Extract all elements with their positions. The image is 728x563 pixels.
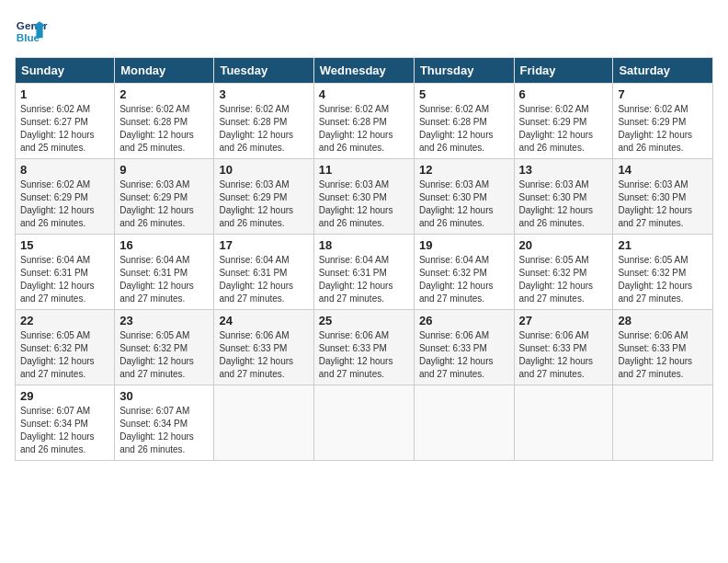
day-info: Sunrise: 6:02 AMSunset: 6:28 PMDaylight:… [319,104,393,153]
calendar-day-cell: 28Sunrise: 6:06 AMSunset: 6:33 PMDayligh… [613,310,713,385]
day-number: 15 [20,238,109,252]
day-info: Sunrise: 6:06 AMSunset: 6:33 PMDaylight:… [419,330,494,379]
day-number: 26 [419,314,509,327]
calendar-day-cell: 10Sunrise: 6:03 AMSunset: 6:29 PMDayligh… [214,159,313,235]
day-number: 30 [119,389,209,403]
weekday-header: Sunday [16,58,115,84]
calendar-day-cell: 13Sunrise: 6:03 AMSunset: 6:30 PMDayligh… [514,159,613,235]
calendar-day-cell: 18Sunrise: 6:04 AMSunset: 6:31 PMDayligh… [313,235,414,310]
calendar-day-cell: 4Sunrise: 6:02 AMSunset: 6:28 PMDaylight… [313,84,414,159]
calendar-week-row: 8Sunrise: 6:02 AMSunset: 6:29 PMDaylight… [16,159,713,235]
weekday-header: Friday [514,58,613,84]
day-number: 16 [119,238,209,252]
calendar-day-cell: 25Sunrise: 6:06 AMSunset: 6:33 PMDayligh… [313,310,414,385]
calendar-day-cell: 1Sunrise: 6:02 AMSunset: 6:27 PMDaylight… [16,84,115,159]
calendar-day-cell: 2Sunrise: 6:02 AMSunset: 6:28 PMDaylight… [115,84,214,159]
day-number: 21 [618,238,708,252]
day-info: Sunrise: 6:06 AMSunset: 6:33 PMDaylight:… [618,330,692,379]
day-info: Sunrise: 6:05 AMSunset: 6:32 PMDaylight:… [119,330,194,379]
calendar-week-row: 1Sunrise: 6:02 AMSunset: 6:27 PMDaylight… [16,84,713,159]
day-info: Sunrise: 6:03 AMSunset: 6:30 PMDaylight:… [419,179,494,228]
day-info: Sunrise: 6:02 AMSunset: 6:29 PMDaylight:… [618,104,692,153]
day-info: Sunrise: 6:02 AMSunset: 6:28 PMDaylight:… [219,104,293,153]
day-number: 17 [219,238,308,252]
day-number: 1 [20,87,109,101]
calendar-day-cell: 26Sunrise: 6:06 AMSunset: 6:33 PMDayligh… [414,310,514,385]
weekday-header: Thursday [414,58,514,84]
day-info: Sunrise: 6:04 AMSunset: 6:31 PMDaylight:… [219,255,293,304]
day-info: Sunrise: 6:05 AMSunset: 6:32 PMDaylight:… [618,255,692,304]
calendar-day-cell: 30Sunrise: 6:07 AMSunset: 6:34 PMDayligh… [115,385,214,461]
logo-icon: General Blue [15,15,48,48]
day-number: 22 [20,314,109,327]
calendar-day-cell: 29Sunrise: 6:07 AMSunset: 6:34 PMDayligh… [16,385,115,461]
calendar-day-cell: 20Sunrise: 6:05 AMSunset: 6:32 PMDayligh… [514,235,613,310]
weekday-header: Saturday [613,58,713,84]
day-number: 24 [219,314,308,327]
day-info: Sunrise: 6:03 AMSunset: 6:30 PMDaylight:… [319,179,393,228]
day-info: Sunrise: 6:03 AMSunset: 6:29 PMDaylight:… [219,179,293,228]
calendar-day-cell: 16Sunrise: 6:04 AMSunset: 6:31 PMDayligh… [115,235,214,310]
calendar-table: SundayMondayTuesdayWednesdayThursdayFrid… [15,57,713,461]
day-number: 3 [219,87,308,101]
day-number: 25 [319,314,409,327]
day-number: 4 [319,87,409,101]
weekday-header: Wednesday [313,58,414,84]
day-number: 27 [519,314,609,327]
calendar-day-cell [613,385,713,461]
calendar-day-cell [514,385,613,461]
calendar-day-cell: 23Sunrise: 6:05 AMSunset: 6:32 PMDayligh… [115,310,214,385]
day-info: Sunrise: 6:03 AMSunset: 6:30 PMDaylight:… [618,179,692,228]
day-info: Sunrise: 6:07 AMSunset: 6:34 PMDaylight:… [20,406,95,454]
calendar-day-cell [414,385,514,461]
calendar-day-cell: 3Sunrise: 6:02 AMSunset: 6:28 PMDaylight… [214,84,313,159]
day-info: Sunrise: 6:02 AMSunset: 6:29 PMDaylight:… [519,104,594,153]
day-info: Sunrise: 6:04 AMSunset: 6:31 PMDaylight:… [319,255,393,304]
header: General Blue [15,15,713,48]
day-number: 9 [119,163,209,177]
weekday-header: Monday [115,58,214,84]
day-info: Sunrise: 6:06 AMSunset: 6:33 PMDaylight:… [219,330,293,379]
day-info: Sunrise: 6:06 AMSunset: 6:33 PMDaylight:… [319,330,393,379]
calendar-day-cell [214,385,313,461]
calendar-day-cell: 22Sunrise: 6:05 AMSunset: 6:32 PMDayligh… [16,310,115,385]
day-number: 14 [618,163,708,177]
calendar-day-cell: 12Sunrise: 6:03 AMSunset: 6:30 PMDayligh… [414,159,514,235]
day-number: 10 [219,163,308,177]
day-number: 6 [519,87,609,101]
calendar-day-cell: 24Sunrise: 6:06 AMSunset: 6:33 PMDayligh… [214,310,313,385]
calendar-day-cell [313,385,414,461]
day-info: Sunrise: 6:04 AMSunset: 6:31 PMDaylight:… [20,255,95,304]
calendar-week-row: 22Sunrise: 6:05 AMSunset: 6:32 PMDayligh… [16,310,713,385]
day-number: 20 [519,238,609,252]
logo: General Blue [15,15,48,48]
day-number: 2 [119,87,209,101]
calendar-day-cell: 19Sunrise: 6:04 AMSunset: 6:32 PMDayligh… [414,235,514,310]
calendar-day-cell: 27Sunrise: 6:06 AMSunset: 6:33 PMDayligh… [514,310,613,385]
day-number: 28 [618,314,708,327]
day-number: 5 [419,87,509,101]
calendar-week-row: 29Sunrise: 6:07 AMSunset: 6:34 PMDayligh… [16,385,713,461]
calendar-day-cell: 8Sunrise: 6:02 AMSunset: 6:29 PMDaylight… [16,159,115,235]
calendar-day-cell: 7Sunrise: 6:02 AMSunset: 6:29 PMDaylight… [613,84,713,159]
day-info: Sunrise: 6:02 AMSunset: 6:27 PMDaylight:… [20,104,95,153]
day-info: Sunrise: 6:04 AMSunset: 6:32 PMDaylight:… [419,255,494,304]
day-number: 11 [319,163,409,177]
day-info: Sunrise: 6:05 AMSunset: 6:32 PMDaylight:… [20,330,95,379]
calendar-day-cell: 6Sunrise: 6:02 AMSunset: 6:29 PMDaylight… [514,84,613,159]
day-number: 13 [519,163,609,177]
day-info: Sunrise: 6:05 AMSunset: 6:32 PMDaylight:… [519,255,594,304]
calendar-day-cell: 11Sunrise: 6:03 AMSunset: 6:30 PMDayligh… [313,159,414,235]
day-info: Sunrise: 6:06 AMSunset: 6:33 PMDaylight:… [519,330,594,379]
weekday-header: Tuesday [214,58,313,84]
day-number: 12 [419,163,509,177]
day-info: Sunrise: 6:04 AMSunset: 6:31 PMDaylight:… [119,255,194,304]
day-number: 23 [119,314,209,327]
day-info: Sunrise: 6:07 AMSunset: 6:34 PMDaylight:… [119,406,194,454]
day-info: Sunrise: 6:02 AMSunset: 6:29 PMDaylight:… [20,179,95,228]
calendar-week-row: 15Sunrise: 6:04 AMSunset: 6:31 PMDayligh… [16,235,713,310]
calendar-day-cell: 5Sunrise: 6:02 AMSunset: 6:28 PMDaylight… [414,84,514,159]
calendar-header-row: SundayMondayTuesdayWednesdayThursdayFrid… [16,58,713,84]
calendar-day-cell: 15Sunrise: 6:04 AMSunset: 6:31 PMDayligh… [16,235,115,310]
day-number: 19 [419,238,509,252]
